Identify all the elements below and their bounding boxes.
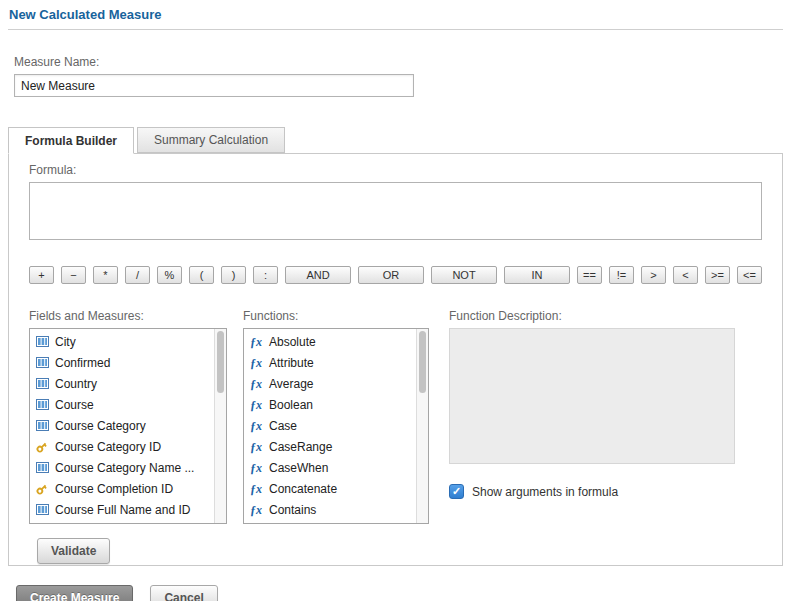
operator-button[interactable]: * (93, 266, 118, 284)
function-item[interactable]: ƒxAttribute (247, 352, 414, 373)
operator-button[interactable]: OR (358, 266, 424, 284)
column-icon (35, 335, 49, 349)
fields-list: CityConfirmedCountryCourseCourse Categor… (29, 328, 227, 524)
field-item-label: Course Completion ID (55, 482, 173, 496)
functions-scrollbar[interactable] (416, 329, 428, 523)
key-icon (35, 482, 49, 496)
function-icon: ƒx (249, 377, 263, 391)
validate-button[interactable]: Validate (37, 538, 110, 564)
column-icon (35, 377, 49, 391)
function-item[interactable]: ƒxAverage (247, 373, 414, 394)
new-calculated-measure-dialog: New Calculated Measure Measure Name: For… (0, 0, 791, 601)
function-description-box (449, 328, 735, 464)
column-icon (35, 503, 49, 517)
key-icon (35, 440, 49, 454)
fields-scrollbar-thumb[interactable] (217, 331, 224, 393)
operator-button[interactable]: ( (189, 266, 214, 284)
fields-list-items: CityConfirmedCountryCourseCourse Categor… (30, 329, 226, 520)
measure-name-input[interactable] (14, 74, 414, 97)
field-item-label: Confirmed (55, 356, 110, 370)
function-description-label: Function Description: (449, 309, 762, 323)
cancel-button[interactable]: Cancel (150, 585, 217, 601)
field-item-label: Course Category ID (55, 440, 161, 454)
function-item-label: Case (269, 419, 297, 433)
operator-button[interactable]: : (253, 266, 278, 284)
function-item[interactable]: ƒxCase (247, 415, 414, 436)
functions-list-items: ƒxAbsoluteƒxAttributeƒxAverageƒxBooleanƒ… (244, 329, 428, 520)
builder-columns: Fields and Measures: CityConfirmedCountr… (29, 309, 762, 524)
column-icon (35, 398, 49, 412)
show-arguments-checkbox[interactable]: ✓ (449, 484, 464, 499)
show-arguments-row: ✓ Show arguments in formula (449, 484, 762, 499)
tab-bar: Formula Builder Summary Calculation (8, 127, 783, 153)
function-item-label: Contains (269, 503, 316, 517)
operator-row: +−*/%():ANDORNOTIN==!=><>=<= (29, 266, 762, 284)
field-item[interactable]: Course (33, 394, 212, 415)
function-icon: ƒx (249, 503, 263, 517)
field-item[interactable]: Course Category (33, 415, 212, 436)
function-item[interactable]: ƒxBoolean (247, 394, 414, 415)
operator-button[interactable]: >= (705, 266, 730, 284)
function-item[interactable]: ƒxAbsolute (247, 331, 414, 352)
operator-button[interactable]: + (29, 266, 54, 284)
operator-button[interactable]: / (125, 266, 150, 284)
field-item[interactable]: City (33, 331, 212, 352)
field-item[interactable]: Country (33, 373, 212, 394)
function-icon: ƒx (249, 440, 263, 454)
field-item[interactable]: Course Completion ID (33, 478, 212, 499)
field-item[interactable]: Course Full Name and ID (33, 499, 212, 520)
function-icon: ƒx (249, 482, 263, 496)
function-item[interactable]: ƒxCaseWhen (247, 457, 414, 478)
formula-input[interactable] (29, 182, 762, 240)
fields-label: Fields and Measures: (29, 309, 227, 323)
column-icon (35, 461, 49, 475)
operator-button[interactable]: == (577, 266, 602, 284)
function-item-label: CaseRange (269, 440, 332, 454)
page-title: New Calculated Measure (8, 5, 783, 30)
tab-formula-builder[interactable]: Formula Builder (8, 127, 134, 154)
fields-column: Fields and Measures: CityConfirmedCountr… (29, 309, 227, 524)
operator-button[interactable]: ) (221, 266, 246, 284)
measure-name-section: Measure Name: (14, 55, 783, 97)
function-icon: ƒx (249, 356, 263, 370)
fields-scrollbar[interactable] (214, 329, 226, 523)
field-item[interactable]: Confirmed (33, 352, 212, 373)
field-item-label: Course Category Name ... (55, 461, 194, 475)
field-item[interactable]: Course Category ID (33, 436, 212, 457)
function-item[interactable]: ƒxCaseRange (247, 436, 414, 457)
functions-column: Functions: ƒxAbsoluteƒxAttributeƒxAverag… (243, 309, 429, 524)
operator-button[interactable]: − (61, 266, 86, 284)
operator-button[interactable]: NOT (431, 266, 497, 284)
function-item-label: Boolean (269, 398, 313, 412)
operator-button[interactable]: < (673, 266, 698, 284)
field-item-label: Course (55, 398, 94, 412)
formula-label: Formula: (29, 163, 762, 177)
function-item-label: CaseWhen (269, 461, 328, 475)
function-item-label: Absolute (269, 335, 316, 349)
field-item-label: City (55, 335, 76, 349)
function-item[interactable]: ƒxConcatenate (247, 478, 414, 499)
field-item-label: Country (55, 377, 97, 391)
functions-scrollbar-thumb[interactable] (419, 331, 426, 393)
create-measure-button[interactable]: Create Measure (16, 585, 133, 601)
operator-button[interactable]: > (641, 266, 666, 284)
function-icon: ƒx (249, 335, 263, 349)
function-item[interactable]: ƒxContains (247, 499, 414, 520)
operator-button[interactable]: IN (504, 266, 570, 284)
function-item-label: Concatenate (269, 482, 337, 496)
field-item-label: Course Category (55, 419, 146, 433)
function-icon: ƒx (249, 461, 263, 475)
function-item-label: Attribute (269, 356, 314, 370)
operator-button[interactable]: != (609, 266, 634, 284)
function-icon: ƒx (249, 398, 263, 412)
tab-summary-calculation[interactable]: Summary Calculation (137, 127, 285, 153)
show-arguments-label: Show arguments in formula (472, 485, 618, 499)
function-icon: ƒx (249, 419, 263, 433)
measure-name-label: Measure Name: (14, 55, 783, 69)
field-item[interactable]: Course Category Name ... (33, 457, 212, 478)
function-description-column: Function Description: ✓ Show arguments i… (449, 309, 762, 524)
column-icon (35, 419, 49, 433)
operator-button[interactable]: AND (285, 266, 351, 284)
operator-button[interactable]: % (157, 266, 182, 284)
operator-button[interactable]: <= (737, 266, 762, 284)
